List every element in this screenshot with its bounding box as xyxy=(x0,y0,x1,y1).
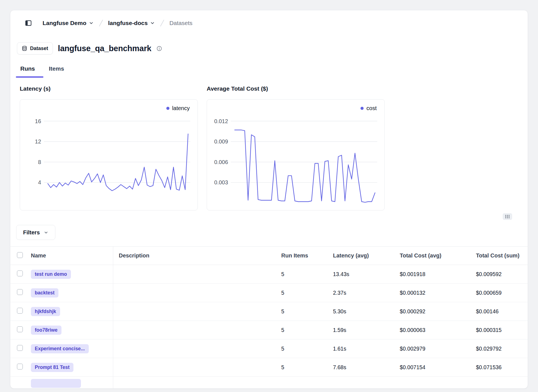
total-cost-avg-value: $0.000292 xyxy=(394,308,470,315)
dataset-badge-label: Dataset xyxy=(30,46,48,51)
table-row: test run demo513.43s$0.001918$0.009592 xyxy=(10,265,528,284)
row-checkbox-cell xyxy=(10,289,28,296)
breadcrumb-page[interactable]: Datasets xyxy=(169,20,193,26)
chevron-down-icon xyxy=(44,230,48,235)
run-name-badge[interactable]: hjkfdshjk xyxy=(31,307,60,316)
info-icon[interactable] xyxy=(156,46,162,51)
legend-dot-icon xyxy=(361,107,364,110)
table-tools xyxy=(10,213,528,220)
run-items-value: 5 xyxy=(276,308,327,315)
table-row: backtest52.37s$0.000132$0.000659 xyxy=(10,284,528,302)
filters-row: Filters xyxy=(10,225,528,240)
org-name: Langfuse Demo xyxy=(43,20,87,26)
svg-text:8: 8 xyxy=(38,159,41,165)
tab-bar: Runs Items xyxy=(10,64,528,77)
latency-line-chart: 161284 xyxy=(20,100,198,210)
run-items-value: 5 xyxy=(276,271,327,277)
run-items-value: 5 xyxy=(276,346,327,352)
grid-handle-icon[interactable] xyxy=(503,213,512,220)
run-items-value: 5 xyxy=(276,290,327,296)
run-name-badge[interactable]: Experiment concise... xyxy=(31,344,89,353)
latency-chart-block: Latency (s) 161284 latency xyxy=(20,85,198,210)
filters-label: Filters xyxy=(23,229,40,236)
page-title: langfuse_qa_benchmark xyxy=(58,44,151,53)
run-name-badge[interactable]: Prompt 81 Test xyxy=(31,363,73,372)
latency-avg-value: 1.61s xyxy=(327,346,394,352)
cost-chart-block: Average Total Cost ($) 0.0120.0090.0060.… xyxy=(207,85,385,210)
breadcrumb-separator xyxy=(159,19,165,27)
total-cost-avg-value: $0.001918 xyxy=(394,271,470,277)
total-cost-sum-value: $0.000315 xyxy=(470,327,528,333)
row-checkbox-cell xyxy=(10,308,28,315)
project-name: langfuse-docs xyxy=(108,20,148,26)
total-cost-sum-value: $0.009592 xyxy=(470,271,528,277)
row-checkbox-cell xyxy=(10,345,28,352)
column-header-name[interactable]: Name xyxy=(28,247,113,265)
chart-title: Average Total Cost ($) xyxy=(207,85,385,92)
row-checkbox[interactable] xyxy=(17,364,23,369)
row-checkbox[interactable] xyxy=(17,289,23,295)
org-switcher[interactable]: Langfuse Demo xyxy=(43,20,94,26)
svg-text:0.012: 0.012 xyxy=(214,118,228,124)
row-checkbox[interactable] xyxy=(17,308,23,314)
total-cost-sum-value: $0.029792 xyxy=(470,346,528,352)
legend-label: latency xyxy=(172,105,190,111)
svg-text:4: 4 xyxy=(38,179,41,185)
database-icon xyxy=(22,46,27,51)
table-body: test run demo513.43s$0.001918$0.009592ba… xyxy=(10,265,528,377)
cost-chart: 0.0120.0090.0060.003 cost xyxy=(207,99,385,210)
select-all-checkbox[interactable] xyxy=(17,252,23,258)
row-checkbox[interactable] xyxy=(17,345,23,351)
svg-text:0.009: 0.009 xyxy=(214,138,228,145)
column-header-latency-avg[interactable]: Latency (avg) xyxy=(327,252,394,259)
charts-section: Latency (s) 161284 latency Average Total… xyxy=(10,85,528,210)
latency-avg-value: 13.43s xyxy=(327,271,394,277)
tab-items[interactable]: Items xyxy=(48,64,65,77)
latency-avg-value: 7.68s xyxy=(327,364,394,371)
run-name-badge[interactable]: backtest xyxy=(31,288,58,297)
svg-text:0.003: 0.003 xyxy=(214,179,228,185)
header-checkbox-cell xyxy=(10,252,28,259)
chart-title: Latency (s) xyxy=(20,85,198,92)
column-header-description[interactable]: Description xyxy=(113,252,276,259)
column-header-run-items[interactable]: Run Items xyxy=(276,252,327,259)
run-items-value: 5 xyxy=(276,364,327,371)
legend-dot-icon xyxy=(166,107,169,110)
legend-label: cost xyxy=(366,105,377,111)
total-cost-avg-value: $0.007154 xyxy=(394,364,470,371)
total-cost-sum-value: $0.000659 xyxy=(470,290,528,296)
filters-button[interactable]: Filters xyxy=(16,225,55,240)
row-checkbox-cell xyxy=(10,364,28,371)
run-name-badge[interactable] xyxy=(31,379,81,388)
column-header-total-cost-avg[interactable]: Total Cost (avg) xyxy=(394,252,470,259)
project-switcher[interactable]: langfuse-docs xyxy=(108,20,155,26)
tab-runs[interactable]: Runs xyxy=(20,64,36,77)
row-checkbox[interactable] xyxy=(17,326,23,332)
chart-legend: cost xyxy=(361,105,377,111)
table-header-row: Name Description Run Items Latency (avg)… xyxy=(10,247,528,265)
svg-text:12: 12 xyxy=(35,138,41,145)
run-items-value: 5 xyxy=(276,327,327,333)
total-cost-avg-value: $0.000132 xyxy=(394,290,470,296)
sidebar-toggle-button[interactable] xyxy=(23,18,34,28)
main-panel: Langfuse Demo langfuse-docs Datasets xyxy=(10,10,528,389)
total-cost-avg-value: $0.002979 xyxy=(394,346,470,352)
chevron-down-icon xyxy=(150,21,155,26)
run-name-badge[interactable]: test run demo xyxy=(31,270,71,279)
total-cost-sum-value: $0.071536 xyxy=(470,364,528,371)
total-cost-sum-value: $0.00146 xyxy=(470,308,528,315)
table-row: hjkfdshjk55.30s$0.000292$0.00146 xyxy=(10,302,528,321)
row-checkbox-cell xyxy=(10,271,28,278)
run-name-badge[interactable]: foo78riwe xyxy=(31,326,61,335)
cost-line-chart: 0.0120.0090.0060.003 xyxy=(207,100,384,210)
chevron-down-icon xyxy=(89,21,94,26)
latency-avg-value: 2.37s xyxy=(327,290,394,296)
total-cost-avg-value: $0.000063 xyxy=(394,327,470,333)
latency-avg-value: 1.59s xyxy=(327,327,394,333)
panel-left-icon xyxy=(25,19,32,27)
latency-chart: 161284 latency xyxy=(20,99,198,210)
column-header-total-cost-sum[interactable]: Total Cost (sum) xyxy=(470,252,528,259)
dataset-header: Dataset langfuse_qa_benchmark xyxy=(10,42,528,55)
latency-avg-value: 5.30s xyxy=(327,308,394,315)
row-checkbox[interactable] xyxy=(17,271,23,276)
